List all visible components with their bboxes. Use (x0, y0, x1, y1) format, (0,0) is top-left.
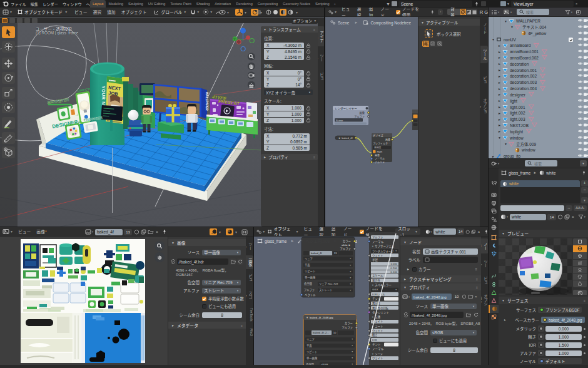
svg-text:リピート: リピート (305, 270, 315, 273)
svg-text:▼: ▼ (395, 250, 397, 252)
svg-text:異方性の回転: 異方性の回転 (372, 306, 388, 310)
svg-text:タンジェント: タンジェント (372, 310, 389, 315)
svg-text:プレフィルター: プレフィルター (373, 141, 390, 145)
svg-text:baked_4f_2048.jpg: baked_4f_2048.jpg (310, 316, 333, 319)
svg-text:粗さ: 粗さ (372, 333, 378, 337)
svg-text:▼: ▼ (350, 277, 352, 279)
svg-text:▼: ▼ (372, 353, 374, 355)
svg-text:▼: ▼ (352, 338, 353, 340)
svg-text:▼: ▼ (350, 264, 352, 267)
svg-text:画像: 画像 (360, 111, 365, 115)
svg-text:チント: チント (372, 343, 381, 346)
svg-text:▼: ▼ (350, 257, 352, 260)
svg-text:baked_4f_2...: baked_4f_2... (313, 331, 329, 334)
svg-text:IORレベル: IORレベル (372, 293, 385, 296)
svg-text:ウェイト: ウェイト (372, 253, 383, 258)
svg-text:▼: ▼ (350, 270, 352, 273)
svg-text:画像: 画像 (385, 138, 390, 141)
svg-text:GGX: GGX (372, 288, 378, 291)
svg-text:リピート: リピート (307, 350, 317, 354)
svg-text:異方性: 異方性 (372, 279, 381, 283)
svg-text:色空間: 色空間 (304, 282, 312, 286)
svg-text:baked_4f: baked_4f (311, 252, 322, 255)
svg-text:▼: ▼ (372, 284, 374, 287)
svg-text:ストレート: ストレート (319, 289, 332, 292)
svg-text:WALLPAPER: WALLPAPER (205, 92, 208, 111)
svg-text:► baked_4f: ► baked_4f (338, 136, 353, 140)
svg-text:▼: ▼ (352, 344, 353, 347)
svg-text:white ►: white ► (342, 243, 351, 247)
svg-text:シーン: シーン (375, 352, 383, 355)
svg-text:ランダムウォーク: ランダムウォーク (372, 249, 393, 253)
svg-text:スケール: スケール (372, 273, 383, 277)
svg-text:▼: ▼ (306, 316, 308, 319)
svg-text:ノーマル: ノーマル (375, 157, 385, 160)
svg-text:単一画像: 単一画像 (305, 275, 316, 280)
svg-text:異方性: 異方性 (372, 301, 381, 305)
svg-text:▼: ▼ (350, 289, 352, 292)
svg-text:13: 13 (334, 252, 337, 255)
svg-text:0.200: 0.200 (390, 267, 397, 270)
svg-text:ウェイト: ウェイト (372, 356, 383, 360)
svg-text:Y: Y (234, 38, 236, 41)
svg-text:10: 10 (333, 331, 337, 334)
svg-text:画像: 画像 (375, 153, 380, 157)
svg-text:デノイズ: デノイズ (373, 133, 383, 138)
svg-text:1.000: 1.000 (390, 262, 397, 265)
svg-text:▼: ▼ (352, 357, 353, 359)
svg-text:コート: コート (375, 325, 383, 328)
svg-text:Scene: Scene (336, 119, 343, 122)
svg-text:0.100: 0.100 (390, 270, 397, 273)
svg-text:▼: ▼ (372, 245, 374, 248)
svg-text:単一画像: 単一画像 (307, 356, 318, 360)
svg-text:サブサーフェス: サブサーフェス (375, 244, 395, 248)
svg-text:▼: ▼ (395, 289, 397, 291)
svg-text:▼: ▼ (372, 316, 374, 319)
svg-text:ウェイト: ウェイト (372, 329, 383, 333)
svg-text:半径: 半径 (372, 258, 378, 262)
svg-text:IOR: IOR (372, 339, 377, 342)
svg-text:HDR: HDR (377, 150, 383, 153)
svg-text:レンダーレイヤー: レンダーレイヤー (335, 106, 357, 111)
svg-text:▼: ▼ (350, 283, 352, 285)
svg-text:アルベド: アルベド (375, 161, 385, 164)
svg-text:高精度: 高精度 (374, 146, 382, 149)
svg-text:▼: ▼ (352, 350, 353, 353)
